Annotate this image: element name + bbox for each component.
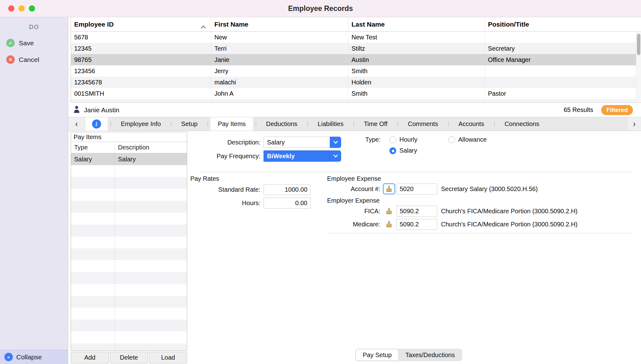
hours-input[interactable] bbox=[264, 198, 310, 209]
radio-allowance[interactable]: Allowance bbox=[448, 136, 487, 143]
pay-frequency-row: Pay Frequency: BiWeekly bbox=[187, 150, 341, 162]
table-row[interactable]: 12345 Terri Stiltz Secretary bbox=[71, 43, 636, 54]
cancel-label: Cancel bbox=[19, 56, 39, 63]
account-lookup-icon[interactable] bbox=[383, 183, 395, 195]
save-button[interactable]: ✓ Save bbox=[0, 39, 68, 47]
table-scrollbar bbox=[636, 32, 641, 103]
pay-item-description-cell: Salary bbox=[115, 153, 187, 165]
first-name-cell: Terri bbox=[211, 43, 348, 54]
scrollbar-thumb[interactable] bbox=[637, 34, 640, 55]
zoom-window-button[interactable] bbox=[29, 5, 35, 12]
tab-separator: ⋮ bbox=[445, 117, 451, 131]
pay-items-column-header: Type Description bbox=[71, 142, 187, 153]
filtered-badge[interactable]: Filtered bbox=[601, 105, 633, 115]
delete-button[interactable]: Delete bbox=[110, 352, 148, 363]
employee-id-cell: 123456 bbox=[71, 65, 211, 77]
employee-id-cell: 12345 bbox=[71, 43, 211, 54]
fica-description: Church's FICA/Medicare Portion (3000.509… bbox=[441, 208, 577, 215]
table-row[interactable]: 123456 Jerry Smith bbox=[71, 65, 636, 77]
pay-items-detail: Description: Salary Pay Frequency: BiWee… bbox=[187, 131, 641, 364]
pay-setup-tab[interactable]: Pay Setup bbox=[356, 349, 398, 361]
pay-item-type-cell: Salary bbox=[71, 153, 115, 165]
type-radio-group: Type: Hourly Allowance Salary bbox=[361, 136, 487, 154]
window-title: Employee Records bbox=[288, 4, 353, 13]
standard-rate-row: Standard Rate: bbox=[187, 184, 310, 195]
employee-expense-heading: Employee Expense bbox=[327, 175, 381, 182]
section-divider bbox=[327, 233, 632, 233]
column-header-first-name[interactable]: First Name bbox=[211, 17, 348, 31]
results-count: 65 Results bbox=[564, 106, 593, 114]
tab-separator: ⋮ bbox=[168, 117, 174, 131]
dropdown-chevron-icon bbox=[330, 137, 341, 148]
pay-items-buttons: Add Delete Load bbox=[71, 351, 187, 364]
first-name-cell: New bbox=[211, 32, 348, 43]
collapse-label: Collapse bbox=[16, 353, 42, 361]
table-row-partial bbox=[71, 99, 636, 103]
pay-frequency-dropdown[interactable]: BiWeekly bbox=[264, 150, 341, 162]
table-row[interactable]: 001SMITH John A Smith Pastor bbox=[71, 88, 636, 99]
pay-item-row-selected[interactable]: Salary Salary bbox=[71, 153, 187, 165]
description-label: Description: bbox=[187, 139, 260, 146]
pay-frequency-label: Pay Frequency: bbox=[187, 153, 260, 160]
tab-scroll-left-button[interactable]: ‹ bbox=[68, 117, 85, 131]
tab-setup[interactable]: Setup bbox=[174, 117, 205, 131]
fica-input[interactable] bbox=[397, 206, 437, 217]
radio-salary[interactable]: Salary bbox=[389, 147, 439, 154]
save-label: Save bbox=[19, 39, 34, 47]
taxes-deductions-tab[interactable]: Taxes/Deductions bbox=[398, 349, 462, 361]
tab-bar: ‹ i ⋮ Employee Info ⋮ Setup ⋮ Pay Items … bbox=[68, 117, 641, 131]
standard-rate-input[interactable] bbox=[264, 184, 310, 195]
last-name-cell: Smith bbox=[348, 65, 485, 77]
tab-info[interactable]: i bbox=[85, 117, 108, 131]
column-header-employee-id[interactable]: Employee ID bbox=[71, 17, 211, 31]
column-header-position-title[interactable]: Position/Title bbox=[485, 17, 636, 31]
pay-items-title: Pay Items bbox=[71, 132, 187, 142]
radio-hourly[interactable]: Hourly bbox=[389, 136, 439, 143]
load-button[interactable]: Load bbox=[149, 352, 187, 363]
type-label: Type: bbox=[365, 136, 381, 143]
close-window-button[interactable] bbox=[8, 5, 14, 12]
bottom-segmented-control: Pay Setup Taxes/Deductions bbox=[355, 349, 462, 361]
tab-comments[interactable]: Comments bbox=[401, 117, 445, 131]
tab-separator: ⋮ bbox=[205, 117, 211, 131]
employee-table: Employee ID First Name Last Name Positio… bbox=[71, 17, 641, 103]
position-cell: Pastor bbox=[485, 88, 636, 99]
table-row[interactable]: 12345678 malachi Holden bbox=[71, 77, 636, 88]
tab-accounts[interactable]: Accounts bbox=[451, 117, 491, 131]
account-number-input[interactable] bbox=[397, 184, 437, 195]
last-name-cell: Smith bbox=[348, 88, 485, 99]
column-divider bbox=[115, 165, 115, 351]
medicare-input[interactable] bbox=[397, 219, 437, 230]
account-number-row: Account #: Secretary Salary (3000.5020.H… bbox=[327, 183, 538, 195]
pay-items-col-description: Description bbox=[115, 142, 187, 153]
cancel-button[interactable]: ✕ Cancel bbox=[0, 55, 68, 64]
position-cell: Secretary bbox=[485, 43, 636, 54]
fica-row: FICA: Church's FICA/Medicare Portion (30… bbox=[327, 205, 577, 217]
employee-id-cell: 5678 bbox=[71, 32, 211, 43]
last-name-cell: New Test bbox=[348, 32, 485, 43]
first-name-cell: John A bbox=[211, 88, 348, 99]
tab-connections[interactable]: Connections bbox=[497, 117, 546, 131]
tab-scroll-right-button[interactable]: › bbox=[627, 117, 641, 131]
medicare-lookup-icon[interactable] bbox=[383, 219, 395, 230]
tab-pay-items[interactable]: Pay Items bbox=[211, 117, 253, 131]
position-cell bbox=[485, 32, 636, 43]
description-dropdown[interactable]: Salary bbox=[264, 137, 341, 148]
sidebar: DO ✓ Save ✕ Cancel « Collapse bbox=[0, 17, 68, 364]
tab-deductions[interactable]: Deductions bbox=[259, 117, 305, 131]
column-header-last-name[interactable]: Last Name bbox=[348, 17, 485, 31]
table-row-selected[interactable]: 98765 Janie Austin Office Manager bbox=[71, 54, 636, 65]
fica-lookup-icon[interactable] bbox=[383, 205, 395, 217]
add-button[interactable]: Add bbox=[71, 352, 109, 363]
collapse-button[interactable]: « Collapse bbox=[0, 350, 68, 364]
pay-items-empty-rows bbox=[71, 165, 187, 351]
employee-id-cell: 001SMITH bbox=[71, 88, 211, 99]
tab-employee-info[interactable]: Employee Info bbox=[114, 117, 168, 131]
tab-liabilities[interactable]: Liabilities bbox=[310, 117, 351, 131]
tab-time-off[interactable]: Time Off bbox=[356, 117, 395, 131]
minimize-window-button[interactable] bbox=[18, 5, 25, 12]
section-divider bbox=[200, 172, 632, 172]
description-row: Description: Salary bbox=[187, 137, 341, 148]
employee-records-window: Employee Records DO ✓ Save ✕ Cancel « Co… bbox=[0, 0, 641, 364]
table-row[interactable]: 5678 New New Test bbox=[71, 32, 636, 43]
